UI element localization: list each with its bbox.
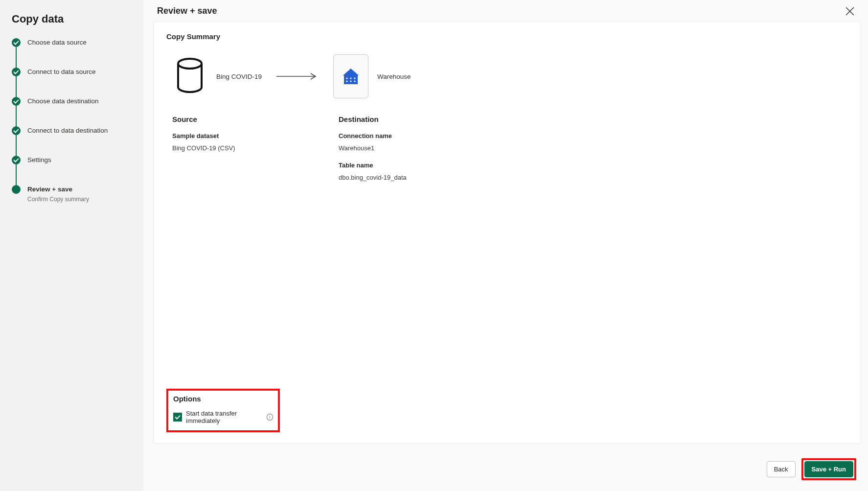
destination-node: Warehouse xyxy=(333,54,411,98)
wizard-footer: Back Save + Run xyxy=(143,450,868,491)
svg-rect-5 xyxy=(344,75,358,84)
check-icon xyxy=(12,126,21,135)
step-label: Connect to data source xyxy=(27,68,96,76)
source-details: Source Sample dataset Bing COVID-19 (CSV… xyxy=(172,115,339,191)
review-panel: Copy Summary Bing COVID-19 xyxy=(153,21,861,444)
options-section: Options Start data transfer immediately … xyxy=(166,389,280,432)
arrow-icon xyxy=(275,71,320,81)
start-transfer-row: Start data transfer immediately i xyxy=(173,410,273,424)
step-review-save[interactable]: Review + save Confirm Copy summary xyxy=(12,185,132,204)
check-icon xyxy=(12,38,21,47)
summary-details: Source Sample dataset Bing COVID-19 (CSV… xyxy=(172,115,848,191)
start-transfer-checkbox[interactable] xyxy=(173,413,182,421)
sample-dataset-label: Sample dataset xyxy=(172,132,339,140)
step-connect-to-data-source[interactable]: Connect to data source xyxy=(12,68,132,97)
svg-marker-4 xyxy=(343,69,359,75)
current-step-icon xyxy=(12,185,21,194)
svg-point-9 xyxy=(346,80,347,82)
source-section-heading: Source xyxy=(172,115,339,123)
check-icon xyxy=(12,156,21,164)
start-transfer-label: Start data transfer immediately xyxy=(186,410,262,424)
info-icon[interactable]: i xyxy=(267,414,273,421)
source-node-label: Bing COVID-19 xyxy=(216,73,262,80)
check-icon xyxy=(12,97,21,106)
save-run-button[interactable]: Save + Run xyxy=(804,461,853,477)
check-icon xyxy=(12,68,21,76)
sample-dataset-value: Bing COVID-19 (CSV) xyxy=(172,144,339,152)
summary-diagram: Bing COVID-19 xyxy=(172,54,848,98)
step-choose-data-destination[interactable]: Choose data destination xyxy=(12,97,132,126)
destination-node-label: Warehouse xyxy=(377,73,411,80)
svg-point-8 xyxy=(354,77,355,79)
close-icon[interactable] xyxy=(845,7,854,16)
options-heading: Options xyxy=(173,395,273,403)
warehouse-icon xyxy=(333,54,368,98)
main-header: Review + save xyxy=(143,0,868,21)
svg-point-2 xyxy=(178,59,202,69)
connection-name-label: Connection name xyxy=(339,132,534,140)
main-panel: Review + save Copy Summary Bing COVID-19 xyxy=(143,0,868,491)
svg-point-10 xyxy=(350,80,351,82)
table-name-value: dbo.bing_covid-19_data xyxy=(339,174,534,181)
step-label: Choose data source xyxy=(27,38,87,47)
step-connect-to-data-destination[interactable]: Connect to data destination xyxy=(12,126,132,156)
wizard-steps: Choose data source Connect to data sourc… xyxy=(12,38,132,204)
back-button[interactable]: Back xyxy=(767,461,796,477)
svg-point-7 xyxy=(350,77,351,79)
step-label: Choose data destination xyxy=(27,97,99,106)
step-settings[interactable]: Settings xyxy=(12,156,132,185)
save-run-highlight: Save + Run xyxy=(801,458,856,480)
sidebar-title: Copy data xyxy=(12,13,132,25)
step-label: Review + save xyxy=(27,185,89,194)
page-title: Review + save xyxy=(157,6,217,16)
destination-details: Destination Connection name Warehouse1 T… xyxy=(339,115,534,191)
destination-section-heading: Destination xyxy=(339,115,534,123)
step-label: Settings xyxy=(27,156,51,164)
source-node: Bing COVID-19 xyxy=(172,54,262,98)
database-icon xyxy=(172,54,207,98)
svg-point-11 xyxy=(354,80,355,82)
svg-point-6 xyxy=(346,77,347,79)
step-label: Connect to data destination xyxy=(27,126,108,135)
step-choose-data-source[interactable]: Choose data source xyxy=(12,38,132,68)
table-name-label: Table name xyxy=(339,162,534,169)
wizard-sidebar: Copy data Choose data source Connect to … xyxy=(0,0,143,491)
copy-summary-heading: Copy Summary xyxy=(166,32,848,41)
connection-name-value: Warehouse1 xyxy=(339,144,534,152)
step-subtext: Confirm Copy summary xyxy=(27,195,89,204)
